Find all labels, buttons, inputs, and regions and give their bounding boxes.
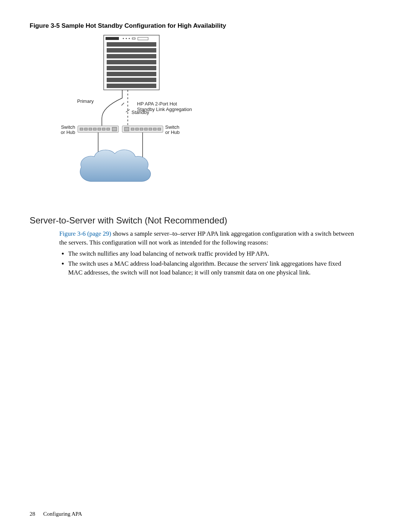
label-switch-left-2: or Hub bbox=[61, 129, 75, 135]
svg-rect-9 bbox=[107, 54, 156, 58]
label-apa-1: HP APA 2-Port Hot bbox=[137, 101, 177, 107]
page-footer: 28 Configuring APA bbox=[30, 511, 82, 517]
svg-rect-30 bbox=[140, 128, 143, 130]
svg-rect-29 bbox=[136, 128, 139, 130]
intro-paragraph: Figure 3-6 (page 29) shows a sample serv… bbox=[59, 229, 356, 247]
svg-rect-28 bbox=[131, 128, 134, 130]
svg-rect-10 bbox=[107, 60, 156, 64]
figure-diagram: Primary Standby HP APA 2-Port Hot Standb… bbox=[48, 33, 370, 205]
svg-rect-12 bbox=[107, 72, 156, 76]
hot-standby-diagram-svg: Primary Standby HP APA 2-Port Hot Standb… bbox=[48, 33, 219, 203]
svg-rect-11 bbox=[107, 66, 156, 70]
page-number: 28 bbox=[30, 511, 35, 517]
svg-rect-34 bbox=[158, 128, 161, 130]
svg-rect-31 bbox=[144, 128, 147, 130]
svg-rect-7 bbox=[107, 42, 156, 47]
svg-rect-8 bbox=[107, 48, 156, 53]
body-text: Figure 3-6 (page 29) shows a sample serv… bbox=[59, 229, 356, 277]
figure-link[interactable]: Figure 3-6 (page 29) bbox=[59, 230, 111, 237]
label-apa-2: Standby Link Aggregation bbox=[137, 107, 192, 112]
svg-rect-20 bbox=[89, 128, 92, 130]
svg-rect-22 bbox=[98, 128, 101, 130]
svg-point-2 bbox=[123, 38, 124, 39]
svg-rect-33 bbox=[153, 128, 156, 130]
list-item: The switch uses a MAC address load-balan… bbox=[68, 259, 356, 277]
label-switch-right-2: or Hub bbox=[165, 129, 180, 135]
svg-point-3 bbox=[126, 38, 127, 39]
svg-rect-32 bbox=[149, 128, 152, 130]
label-switch-left-1: Switch bbox=[61, 124, 75, 130]
svg-rect-23 bbox=[102, 128, 105, 130]
svg-rect-21 bbox=[93, 128, 96, 130]
reason-list: The switch nullifies any load balancing … bbox=[59, 249, 356, 277]
section-heading: Server-to-Server with Switch (Not Recomm… bbox=[30, 215, 370, 226]
svg-rect-19 bbox=[84, 128, 87, 130]
svg-line-15 bbox=[121, 103, 124, 105]
footer-title: Configuring APA bbox=[43, 511, 82, 517]
label-switch-right-1: Switch bbox=[165, 124, 179, 130]
svg-rect-18 bbox=[80, 128, 83, 130]
svg-rect-14 bbox=[107, 84, 156, 88]
svg-rect-13 bbox=[107, 78, 156, 82]
svg-rect-27 bbox=[124, 127, 129, 131]
figure-caption: Figure 3-5 Sample Hot Standby Configurat… bbox=[30, 22, 370, 30]
cloud-icon bbox=[80, 150, 150, 181]
list-item: The switch nullifies any load balancing … bbox=[68, 249, 356, 258]
label-primary: Primary bbox=[77, 98, 94, 104]
svg-rect-25 bbox=[112, 127, 117, 131]
svg-rect-24 bbox=[107, 128, 110, 130]
svg-rect-1 bbox=[106, 37, 119, 40]
svg-point-4 bbox=[129, 38, 130, 39]
